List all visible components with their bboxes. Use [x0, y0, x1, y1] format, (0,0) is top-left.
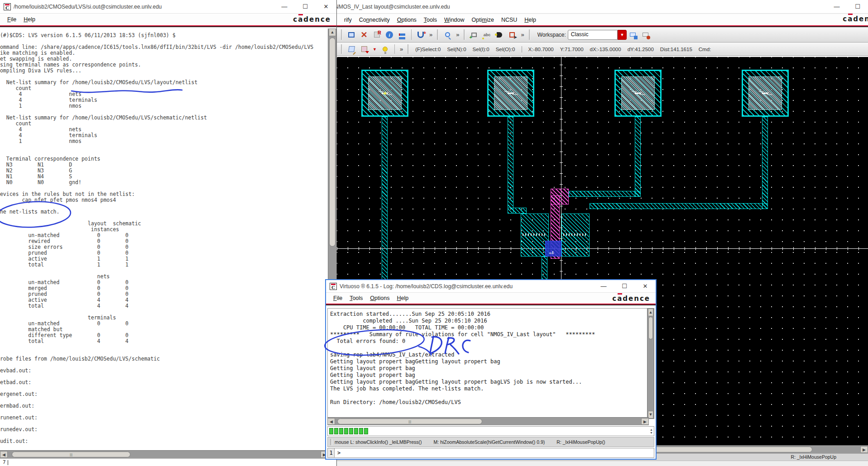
create-label-icon[interactable]: abc — [481, 29, 492, 40]
lvs-report-viewport[interactable]: @(#)$CDS: LVS version 6.1.5 06/11/2013 1… — [0, 29, 328, 450]
toolbar-overflow-chevron[interactable]: » — [427, 31, 435, 38]
progress-block — [354, 428, 358, 434]
layout-window-titlebar[interactable]: NMOS_IV_Last layout@csimcluster.ee.unlv.… — [337, 0, 868, 14]
maximize-button[interactable]: ☐ — [614, 280, 635, 292]
si-window-titlebar[interactable]: C /home/louisb2/CMOSedu/LVS/si.out@csimc… — [0, 0, 336, 14]
probe-pad-4[interactable] — [742, 70, 789, 117]
zoom-overflow-chevron[interactable]: » — [454, 31, 461, 38]
log-vertical-scrollbar[interactable]: ▲ ▼ — [647, 308, 654, 419]
delete-icon[interactable]: ✕ — [359, 29, 369, 40]
menu-connectivity[interactable]: Connectivity — [355, 15, 393, 24]
maximize-button[interactable]: ☐ — [847, 0, 868, 13]
minimize-button[interactable]: — — [593, 280, 614, 292]
scroll-left-arrow[interactable]: ◀ — [327, 418, 335, 425]
metal-gate-feed[interactable] — [569, 191, 641, 197]
menu-window[interactable]: Window — [441, 15, 468, 24]
workspace-combobox[interactable]: Classic ▼ — [568, 30, 627, 40]
metal-path-pad3-vertical[interactable] — [635, 117, 641, 197]
palette-icon[interactable] — [346, 44, 357, 55]
lightbulb-icon[interactable] — [380, 44, 391, 55]
menu-ncsu[interactable]: NCSU — [498, 15, 521, 24]
scroll-up-arrow[interactable]: ▲ — [329, 29, 336, 36]
toolbar-separator — [411, 29, 412, 40]
toolbar-grip[interactable] — [408, 44, 409, 53]
menu-help[interactable]: Help — [393, 294, 412, 303]
create-instance-icon[interactable]: + — [469, 29, 480, 40]
workspace-dropdown-arrow[interactable]: ▼ — [618, 30, 627, 40]
hide-toolbar-icon[interactable] — [640, 29, 651, 40]
layout-command-prompt[interactable] — [337, 461, 868, 466]
toolbar-grip[interactable] — [437, 29, 439, 40]
progress-block — [344, 428, 348, 434]
toolbar-grip[interactable] — [529, 29, 531, 40]
redraw-icon[interactable]: R — [371, 29, 382, 40]
menu-tools[interactable]: Tools — [346, 294, 366, 303]
scrollbar-thumb[interactable] — [12, 452, 130, 457]
log-window-titlebar[interactable]: C Virtuoso ® 6.1.5 - Log: /home/louisb2/… — [326, 280, 656, 293]
pad-label — [508, 93, 514, 94]
log-command-prompt[interactable]: 1 > — [327, 448, 654, 458]
menu-rify[interactable]: rify — [340, 15, 355, 24]
menu-options[interactable]: Options — [366, 294, 393, 303]
si-horizontal-scrollbar[interactable]: ◀ ▶ — [0, 450, 328, 458]
select-region-icon[interactable]: ➤ — [507, 29, 518, 40]
layer-dropdown-arrow[interactable]: ▼ — [370, 47, 379, 52]
scroll-left-arrow[interactable]: ◀ — [0, 451, 8, 458]
toolbar-overflow-chevron[interactable]: » — [518, 31, 526, 38]
log-window-title: Virtuoso ® 6.1.5 - Log: /home/louisb2/CD… — [340, 283, 513, 290]
scroll-right-arrow[interactable]: ▶ — [641, 418, 649, 425]
panel-icon[interactable] — [346, 29, 357, 40]
menu-options[interactable]: Options — [393, 15, 420, 24]
close-button[interactable]: ✕ — [316, 0, 336, 13]
menu-help[interactable]: Help — [521, 15, 540, 24]
menu-tools[interactable]: Tools — [420, 15, 441, 24]
menu-file[interactable]: File — [330, 294, 346, 303]
mouse-left-hint: mouse L: showClickInfo() _leiLMBPress() — [335, 439, 422, 445]
metal-path-pad2-jog[interactable] — [508, 208, 527, 214]
menu-help[interactable]: Help — [20, 15, 39, 24]
log-menubar[interactable]: FileToolsOptionsHelp — [326, 293, 656, 304]
layout-menubar[interactable]: rifyConnectivityOptionsToolsWindowOptimi… — [337, 14, 868, 25]
cadence-red-banner — [0, 25, 336, 27]
metal-path-pad2-vertical[interactable] — [508, 117, 513, 214]
menu-file[interactable]: File — [4, 15, 20, 24]
toolbar-grip[interactable] — [341, 44, 343, 53]
log-text-viewport[interactable]: Extraction started.......Sun Sep 25 20:0… — [327, 308, 647, 419]
delta-y: dY:41.2500 — [628, 47, 654, 52]
probe-pad-3[interactable] — [614, 70, 662, 117]
prompt-input-field[interactable]: > — [335, 448, 654, 458]
cadence-logo: cadence — [293, 15, 331, 24]
metal-drain-feed[interactable] — [590, 203, 768, 209]
toolbar-grip[interactable] — [341, 29, 343, 40]
align-icon[interactable] — [397, 29, 408, 40]
save-workspace-icon[interactable] — [628, 29, 638, 40]
log-horizontal-scrollbar[interactable]: ◀ ▶ — [327, 417, 649, 425]
ruler-snap-icon[interactable]: + — [415, 29, 426, 40]
create-pin-icon[interactable] — [494, 29, 505, 40]
properties-info-icon[interactable]: i — [384, 29, 395, 40]
maximize-button[interactable]: ☐ — [295, 0, 316, 13]
scrollbar-thumb[interactable] — [648, 317, 653, 339]
metal-path-pad4-vertical[interactable] — [762, 117, 768, 209]
cursor-y: Y:71.7000 — [560, 47, 584, 52]
layout-toolbar-status: ▼ » (F)Select:0 Sel(N):0 Sel(I):0 Sel(O)… — [337, 43, 868, 56]
zoom-icon[interactable] — [442, 29, 453, 40]
si-menubar[interactable]: FileHelp — [0, 14, 336, 25]
scrollbar-thumb[interactable] — [337, 418, 482, 424]
minimize-button[interactable]: — — [826, 0, 847, 13]
close-button[interactable]: ✕ — [635, 280, 656, 292]
mouse-right-hint: R: _lxHiMousePopUp — [791, 454, 836, 460]
spinner-arrows[interactable]: ▲▼ — [650, 428, 653, 434]
toolbar-overflow-chevron[interactable]: » — [398, 46, 405, 52]
minimize-button[interactable]: — — [274, 0, 295, 13]
scroll-up-arrow[interactable]: ▲ — [648, 309, 653, 316]
scrollbar-thumb[interactable] — [329, 38, 336, 247]
scroll-right-arrow[interactable]: ▶ — [860, 446, 868, 453]
menu-optimize[interactable]: Optimize — [468, 15, 498, 24]
toolbar-grip[interactable] — [464, 29, 465, 40]
layer-icon[interactable] — [359, 44, 369, 55]
probe-pad-2[interactable] — [487, 70, 534, 117]
probe-pad-1[interactable] — [361, 70, 408, 117]
cadence-logo: cadence — [612, 295, 650, 303]
workspace-value[interactable]: Classic — [568, 30, 618, 40]
